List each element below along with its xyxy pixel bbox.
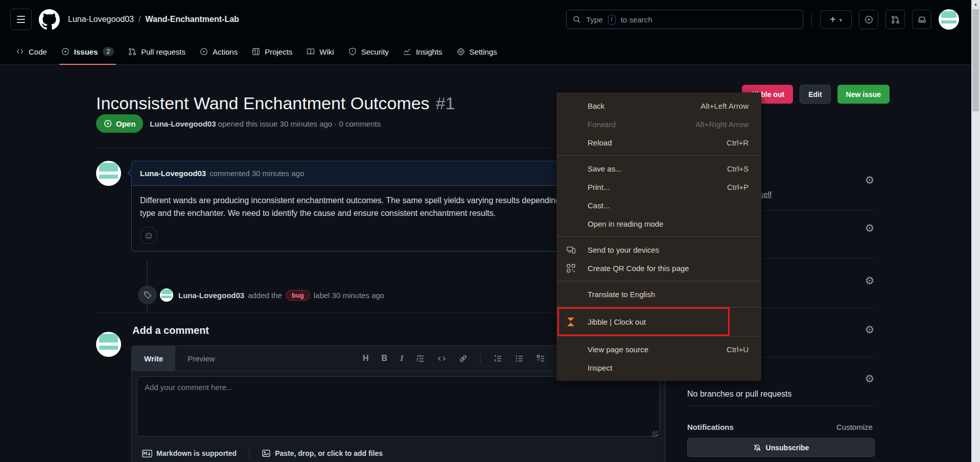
- context-menu-item-view-source[interactable]: View page source Ctrl+U: [556, 340, 761, 358]
- issues-global-button[interactable]: [859, 10, 878, 29]
- comment-textarea[interactable]: [137, 376, 660, 436]
- scroll-up-arrow-icon[interactable]: [971, 0, 980, 9]
- markdown-supported-link[interactable]: Markdown is supported: [139, 449, 240, 458]
- tab-insights[interactable]: Insights: [396, 39, 449, 64]
- scrollbar-thumb[interactable]: [972, 9, 979, 111]
- code-button[interactable]: [437, 354, 446, 363]
- breadcrumb: Luna-Lovegood03 / Wand-Enchantment-Lab: [68, 15, 239, 24]
- qr-code-icon: [567, 264, 580, 273]
- context-menu-item-inspect[interactable]: Inspect: [556, 358, 761, 377]
- comment-author-link[interactable]: Luna-Lovegood03: [140, 169, 206, 178]
- github-logo-icon[interactable]: [39, 9, 60, 30]
- issue-opened-icon: [865, 15, 873, 24]
- link-icon: [459, 354, 468, 363]
- current-user-avatar: [96, 332, 121, 357]
- issue-status-row: Open Luna-Lovegood03 opened this issue 3…: [96, 114, 381, 133]
- bold-button[interactable]: B: [382, 354, 388, 363]
- unsubscribe-button[interactable]: Unsubscribe: [687, 438, 875, 457]
- browser-scrollbar[interactable]: [971, 0, 980, 462]
- jibble-hourglass-icon: [567, 318, 580, 326]
- tab-actions[interactable]: Actions: [193, 39, 244, 64]
- tab-security[interactable]: Security: [342, 39, 395, 64]
- context-menu-item-reload[interactable]: Reload Ctrl+R: [556, 133, 761, 152]
- chevron-down-icon: [839, 16, 843, 23]
- task-list-icon: [536, 354, 545, 363]
- search-placeholder-prefix: Type: [586, 15, 603, 24]
- context-menu-divider: [556, 336, 761, 336]
- issue-number: #1: [436, 93, 455, 113]
- context-menu-item-forward: Forward Alt+Right Arrow: [556, 115, 761, 133]
- git-pull-request-icon: [891, 15, 900, 24]
- tab-projects[interactable]: Projects: [245, 39, 299, 64]
- tab-settings[interactable]: Settings: [450, 39, 504, 64]
- new-issue-button[interactable]: New issue: [837, 85, 890, 104]
- projects-gear-icon[interactable]: [864, 274, 876, 286]
- tab-wiki[interactable]: Wiki: [300, 39, 340, 64]
- inbox-button[interactable]: [912, 10, 931, 29]
- assignees-gear-icon[interactable]: [864, 174, 876, 186]
- write-tab[interactable]: Write: [132, 346, 175, 371]
- image-icon: [262, 449, 271, 457]
- create-new-button[interactable]: [820, 10, 852, 29]
- slash-key-hint: /: [608, 15, 616, 25]
- context-menu-item-translate[interactable]: Translate to English: [556, 285, 761, 303]
- customize-link[interactable]: Customize: [836, 423, 873, 431]
- comment-author-avatar[interactable]: [96, 161, 121, 186]
- context-menu-item-back[interactable]: Back Alt+Left Arrow: [556, 96, 761, 115]
- tab-pull-requests[interactable]: Pull requests: [122, 39, 192, 64]
- code-icon: [437, 354, 446, 363]
- context-menu-item-cast[interactable]: Cast...: [556, 196, 761, 214]
- gear-icon: [457, 47, 465, 56]
- issue-opened-icon: [61, 47, 69, 56]
- context-menu-item-save-as[interactable]: Save as... Ctrl+S: [556, 159, 761, 178]
- issue-action-buttons: Jibble out Edit New issue: [742, 85, 890, 104]
- preview-tab[interactable]: Preview: [175, 346, 227, 371]
- project-table-icon: [252, 47, 260, 56]
- labels-gear-icon[interactable]: [864, 222, 876, 234]
- add-reaction-button[interactable]: [140, 227, 157, 244]
- bullet-list-icon: [515, 354, 524, 363]
- event-author-link[interactable]: Luna-Lovegood03: [178, 291, 244, 300]
- play-circle-icon: [200, 47, 208, 56]
- development-gear-icon[interactable]: [864, 372, 876, 384]
- attach-files-button[interactable]: Paste, drop, or click to add files: [259, 449, 386, 458]
- breadcrumb-separator: /: [138, 15, 141, 24]
- context-menu-item-qr-code[interactable]: Create QR Code for this page: [556, 259, 761, 277]
- browser-context-menu: Back Alt+Left Arrow Forward Alt+Right Ar…: [556, 92, 761, 381]
- italic-button[interactable]: I: [400, 354, 403, 363]
- context-menu-item-print[interactable]: Print... Ctrl+P: [556, 178, 761, 196]
- git-pull-request-icon: [128, 47, 136, 56]
- bug-label[interactable]: bug: [286, 290, 310, 301]
- pull-requests-global-button[interactable]: [885, 10, 905, 29]
- search-icon: [573, 15, 581, 23]
- book-icon: [307, 47, 315, 56]
- resize-grip[interactable]: [652, 431, 658, 437]
- code-icon: [16, 47, 24, 56]
- milestone-gear-icon[interactable]: [864, 323, 876, 335]
- bullet-list-button[interactable]: [515, 354, 524, 363]
- hamburger-menu-button[interactable]: [10, 9, 32, 30]
- tab-code[interactable]: Code: [9, 39, 54, 64]
- numbered-list-button[interactable]: [494, 354, 502, 363]
- event-author-avatar[interactable]: [160, 288, 173, 302]
- context-menu-item-jibble-clock-out[interactable]: Jibble | Clock out: [556, 311, 761, 332]
- heading-button[interactable]: H: [363, 354, 369, 363]
- quote-icon: [416, 354, 425, 363]
- footer-divider: [249, 448, 249, 459]
- breadcrumb-repo-link[interactable]: Wand-Enchantment-Lab: [145, 15, 239, 24]
- task-list-button[interactable]: [536, 354, 545, 363]
- context-menu-item-send-to-devices[interactable]: Send to your devices: [556, 240, 761, 259]
- user-avatar[interactable]: [939, 9, 959, 30]
- breadcrumb-owner-link[interactable]: Luna-Lovegood03: [68, 15, 134, 24]
- inbox-icon: [918, 15, 926, 24]
- quote-button[interactable]: [416, 354, 425, 363]
- issue-author-link[interactable]: Luna-Lovegood03: [150, 119, 216, 128]
- context-menu-item-reading-mode[interactable]: Open in reading mode: [556, 214, 761, 233]
- add-comment-heading: Add a comment: [132, 325, 209, 336]
- development-empty-text: No branches or pull requests: [687, 390, 792, 399]
- edit-button[interactable]: Edit: [800, 85, 830, 104]
- link-button[interactable]: [459, 354, 468, 363]
- tab-issues[interactable]: Issues 2: [55, 39, 121, 64]
- search-input[interactable]: Type / to search: [566, 10, 803, 29]
- plus-icon: [830, 14, 836, 25]
